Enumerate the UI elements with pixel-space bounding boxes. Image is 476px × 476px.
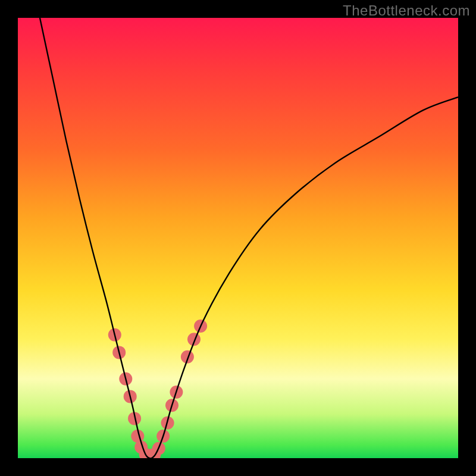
chart-plot-area — [18, 18, 458, 458]
watermark-text: TheBottleneck.com — [343, 2, 470, 19]
marker-layer — [108, 320, 207, 458]
chart-svg — [18, 18, 458, 458]
chart-frame: TheBottleneck.com — [0, 0, 476, 476]
bottleneck-curve — [40, 18, 458, 458]
